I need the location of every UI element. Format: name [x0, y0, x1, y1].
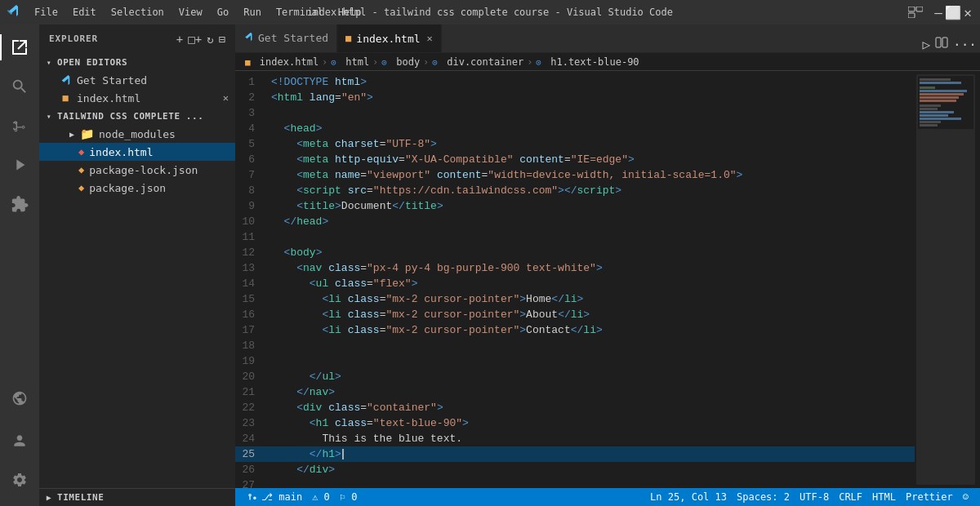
line-content-21[interactable]: </nav> — [268, 384, 915, 400]
line-content-2[interactable]: <html lang="en"> — [268, 90, 915, 105]
line-content-7[interactable]: <meta name="viewport" content="width=dev… — [268, 167, 915, 183]
line-content-16[interactable]: <li class="mx-2 cursor-pointer">About</l… — [268, 307, 915, 322]
line-content-15[interactable]: <li class="mx-2 cursor-pointer">Home</li… — [268, 291, 915, 307]
timeline-section[interactable]: ▶ TIMELINE — [39, 488, 235, 506]
app-icon — [7, 4, 20, 20]
source-control-activity-button[interactable] — [0, 106, 39, 145]
minimize-button[interactable]: — — [933, 7, 944, 18]
line-number-4: 4 — [235, 121, 268, 136]
open-editors-header[interactable]: ▾ Open Editors — [39, 53, 235, 71]
line-content-17[interactable]: <li class="mx-2 cursor-pointer">Contact<… — [268, 322, 915, 338]
status-spaces[interactable]: Spaces: 2 — [732, 491, 795, 503]
more-actions-icon[interactable]: ··· — [953, 37, 977, 52]
package-lock-file-icon: ◆ — [78, 164, 84, 175]
new-file-icon[interactable]: + — [176, 33, 183, 46]
line-content-26[interactable]: </div> — [268, 462, 915, 477]
package-lock-label: package-lock.json — [89, 164, 198, 176]
tab-get-started[interactable]: Get Started — [235, 24, 337, 52]
menu-file[interactable]: File — [28, 5, 65, 20]
menu-selection[interactable]: Selection — [105, 5, 171, 20]
branch-name: ⎇ main — [261, 491, 302, 503]
package-json-tree-item[interactable]: ◆ package.json — [39, 179, 235, 197]
split-editor-icon[interactable] — [935, 36, 948, 52]
line-content-14[interactable]: <ul class="flex"> — [268, 276, 915, 291]
close-button[interactable]: ✕ — [962, 7, 973, 18]
status-line-col[interactable]: Ln 25, Col 13 — [645, 491, 732, 503]
collapse-all-icon[interactable]: ⊟ — [219, 33, 225, 46]
feedback-icon: ☺ — [963, 491, 969, 503]
editor-area: Get Started ■ index.html ✕ ▷ ··· — [235, 24, 980, 506]
line-content-25[interactable]: </h1> — [268, 446, 915, 462]
status-language[interactable]: HTML — [867, 491, 901, 503]
line-content-10[interactable]: </head> — [268, 214, 915, 229]
code-line-9: 9 <title>Document</title> — [235, 198, 915, 214]
line-content-6[interactable]: <meta http-equiv="X-UA-Compatible" conte… — [268, 152, 915, 167]
line-content-18[interactable] — [268, 338, 915, 353]
sidebar-title: Explorer — [49, 33, 98, 44]
line-content-27[interactable] — [268, 477, 915, 488]
run-debug-activity-button[interactable] — [0, 145, 39, 184]
line-content-8[interactable]: <script src="https://cdn.tailwindcss.com… — [268, 183, 915, 198]
breadcrumb-file[interactable]: ■ index.html — [245, 56, 318, 68]
status-warnings[interactable]: ⚐ 0 — [335, 488, 363, 506]
code-line-24: 24 This is the blue text. — [235, 431, 915, 446]
breadcrumb-sep-1: › — [322, 56, 327, 68]
tab-index-html[interactable]: ■ index.html ✕ — [337, 24, 442, 52]
status-formatter[interactable]: Prettier — [901, 491, 958, 503]
svg-rect-3 — [936, 38, 941, 47]
status-feedback[interactable]: ☺ — [958, 491, 973, 503]
explorer-activity-button[interactable] — [0, 28, 39, 67]
status-errors[interactable]: ⚠ 0 — [307, 488, 335, 506]
code-editor[interactable]: 1<!DOCTYPE html>2<html lang="en">3 4 <he… — [235, 71, 915, 488]
line-content-24[interactable]: This is the blue text. — [268, 431, 915, 446]
status-eol[interactable]: CRLF — [834, 491, 867, 503]
breadcrumb-body[interactable]: ⊙ body — [381, 56, 420, 68]
menu-edit[interactable]: Edit — [66, 5, 103, 20]
line-content-23[interactable]: <h1 class="text-blue-90"> — [268, 415, 915, 431]
remote-activity-button[interactable] — [0, 379, 39, 418]
line-number-16: 16 — [235, 307, 268, 322]
line-content-9[interactable]: <title>Document</title> — [268, 198, 915, 214]
menu-view[interactable]: View — [172, 5, 209, 20]
maximize-button[interactable]: ⬜ — [947, 7, 959, 18]
status-encoding[interactable]: UTF-8 — [795, 491, 834, 503]
extensions-activity-button[interactable] — [0, 184, 39, 224]
new-folder-icon[interactable]: □+ — [188, 33, 202, 46]
refresh-icon[interactable]: ↻ — [207, 33, 213, 46]
search-activity-button[interactable] — [0, 67, 39, 106]
menu-go[interactable]: Go — [211, 5, 235, 20]
line-content-20[interactable]: </ul> — [268, 369, 915, 384]
package-file-icon: ◆ — [78, 182, 84, 193]
settings-activity-button[interactable] — [0, 460, 39, 499]
open-editor-index-html[interactable]: ■ index.html ✕ — [39, 89, 235, 107]
breadcrumb-h1[interactable]: ⊙ h1.text-blue-90 — [536, 56, 639, 68]
minimap — [915, 71, 980, 488]
line-content-22[interactable]: <div class="container"> — [268, 400, 915, 415]
line-number-26: 26 — [235, 462, 268, 477]
line-content-1[interactable]: <!DOCTYPE html> — [268, 74, 915, 90]
breadcrumb-div[interactable]: ⊙ div.container — [432, 56, 523, 68]
error-count: ⚠ 0 — [312, 491, 330, 503]
line-number-10: 10 — [235, 214, 268, 229]
line-content-11[interactable] — [268, 229, 915, 245]
run-code-icon[interactable]: ▷ — [922, 37, 930, 52]
status-branch[interactable]: ⎇ main — [242, 488, 307, 506]
line-number-5: 5 — [235, 136, 268, 152]
tab-close-icon[interactable]: ✕ — [427, 33, 433, 44]
package-lock-json-tree-item[interactable]: ◆ package-lock.json — [39, 161, 235, 179]
accounts-activity-button[interactable] — [0, 421, 39, 460]
line-number-9: 9 — [235, 198, 268, 214]
close-index-html-icon[interactable]: ✕ — [223, 92, 229, 104]
line-content-13[interactable]: <nav class="px-4 py-4 bg-purple-900 text… — [268, 260, 915, 276]
file-tree-header[interactable]: ▾ TAILWIND CSS COMPLETE ... — [39, 107, 235, 125]
menu-run[interactable]: Run — [237, 5, 268, 20]
line-content-12[interactable]: <body> — [268, 245, 915, 260]
index-html-tree-item[interactable]: ◆ index.html — [39, 143, 235, 161]
line-content-19[interactable] — [268, 353, 915, 369]
open-editor-get-started[interactable]: Get Started — [39, 71, 235, 89]
node-modules-folder[interactable]: ▶ 📁 node_modules — [39, 125, 235, 143]
breadcrumb-html[interactable]: ⊙ html — [331, 56, 369, 68]
line-content-5[interactable]: <meta charset="UTF-8"> — [268, 136, 915, 152]
line-content-4[interactable]: <head> — [268, 121, 915, 136]
line-content-3[interactable] — [268, 105, 915, 121]
